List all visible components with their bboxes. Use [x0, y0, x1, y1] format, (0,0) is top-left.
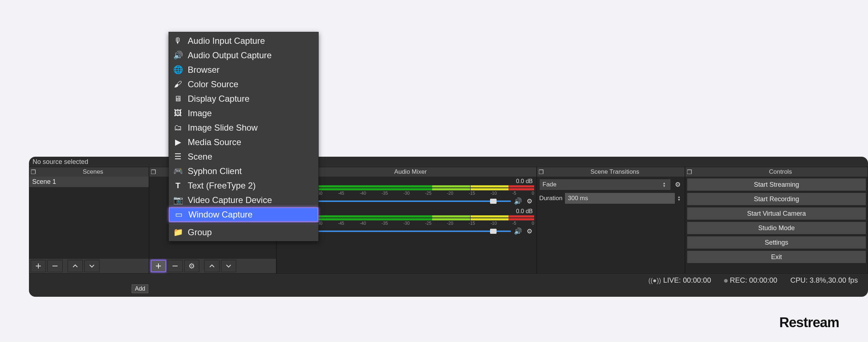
- sources-up-button[interactable]: [204, 260, 220, 272]
- speaker-icon: 🔊: [173, 51, 183, 60]
- no-source-label: No source selected: [33, 158, 88, 165]
- sources-add-button[interactable]: [151, 260, 166, 272]
- scenes-panel: ❐ Scenes Scene 1: [29, 167, 149, 274]
- brush-icon: 🖌: [173, 80, 183, 89]
- scenes-title: Scenes: [37, 168, 149, 176]
- gear-icon: ⚙: [675, 181, 681, 189]
- globe-icon: 🌐: [173, 65, 183, 75]
- menu-item-browser[interactable]: 🌐Browser: [169, 63, 318, 77]
- plus-icon: [155, 263, 162, 269]
- start-recording-button[interactable]: Start Recording: [687, 193, 866, 206]
- chevron-up-icon: [209, 263, 215, 269]
- status-bar: ((●))LIVE: 00:00:00 REC: 00:00:00 CPU: 3…: [29, 274, 868, 287]
- menu-item-media-source[interactable]: ▶Media Source: [169, 135, 318, 149]
- mute-button[interactable]: 🔊: [513, 197, 523, 206]
- menu-item-window-capture[interactable]: ▭Window Capture: [169, 207, 318, 222]
- popout-icon[interactable]: ❐: [149, 169, 157, 176]
- slides-icon: 🗂: [173, 123, 183, 132]
- folder-icon: 📁: [173, 228, 183, 237]
- camera-icon: 📷: [173, 195, 183, 205]
- play-icon: ▶: [173, 138, 183, 147]
- sources-down-button[interactable]: [221, 260, 236, 272]
- track-settings-button[interactable]: ⚙: [525, 227, 534, 236]
- menu-divider: [169, 223, 318, 224]
- mixer-title: Audio Mixer: [285, 168, 536, 176]
- gear-icon: ⚙: [188, 262, 195, 270]
- scenes-add-button[interactable]: [31, 260, 46, 272]
- rec-status: REC: 00:00:00: [724, 276, 777, 284]
- popout-icon[interactable]: ❐: [29, 169, 37, 176]
- monitor-icon: 🖥: [173, 94, 183, 104]
- settings-button[interactable]: Settings: [687, 236, 866, 249]
- start-streaming-button[interactable]: Start Streaming: [687, 178, 866, 191]
- speaker-icon: 🔊: [514, 227, 522, 235]
- duration-label: Duration: [539, 195, 562, 202]
- start-virtual-camera-button[interactable]: Start Virtual Camera: [687, 207, 866, 220]
- track-settings-button[interactable]: ⚙: [525, 197, 534, 206]
- cpu-status: CPU: 3.8%,30.00 fps: [790, 276, 858, 284]
- broadcast-icon: ((●)): [648, 277, 661, 284]
- scene-item[interactable]: Scene 1: [29, 177, 149, 187]
- gear-icon: ⚙: [527, 227, 532, 235]
- mic-icon: 🎙: [173, 36, 183, 46]
- scenes-up-button[interactable]: [68, 260, 83, 272]
- chevron-up-icon: [72, 263, 78, 269]
- gamepad-icon: 🎮: [173, 166, 183, 176]
- transitions-title: Scene Transitions: [545, 168, 685, 176]
- chevron-down-icon: [89, 263, 95, 269]
- menu-item-display-capture[interactable]: 🖥Display Capture: [169, 92, 318, 106]
- sources-remove-button[interactable]: [167, 260, 183, 272]
- exit-button[interactable]: Exit: [687, 250, 866, 263]
- speaker-icon: 🔊: [514, 197, 522, 205]
- live-status: ((●))LIVE: 00:00:00: [648, 276, 711, 284]
- minus-icon: [52, 263, 58, 269]
- chevron-down-icon: [225, 263, 232, 269]
- duration-value: 300 ms: [568, 195, 588, 202]
- menu-item-color-source[interactable]: 🖌Color Source: [169, 77, 318, 92]
- track-db: 0.0 dB: [516, 178, 533, 185]
- track-db: 0.0 dB: [516, 208, 533, 215]
- menu-item-text[interactable]: TText (FreeType 2): [169, 178, 318, 193]
- menu-item-scene[interactable]: ☰Scene: [169, 149, 318, 164]
- menu-item-video-capture-device[interactable]: 📷Video Capture Device: [169, 193, 318, 207]
- plus-icon: [35, 263, 42, 269]
- sources-settings-button[interactable]: ⚙: [184, 260, 199, 272]
- watermark: Restream: [779, 315, 839, 330]
- scenes-remove-button[interactable]: [47, 260, 63, 272]
- select-arrows-icon: ▲▼: [663, 182, 668, 187]
- minus-icon: [172, 263, 178, 269]
- transition-settings-button[interactable]: ⚙: [673, 180, 682, 189]
- stepper-arrows-icon[interactable]: ▲▼: [677, 195, 682, 201]
- gear-icon: ⚙: [527, 197, 532, 205]
- duration-input[interactable]: 300 ms: [565, 193, 675, 204]
- image-icon: 🖼: [173, 109, 183, 118]
- scenes-down-button[interactable]: [84, 260, 99, 272]
- list-icon: ☰: [173, 152, 183, 161]
- record-dot-icon: [724, 279, 728, 283]
- menu-item-image-slide-show[interactable]: 🗂Image Slide Show: [169, 121, 318, 135]
- menu-item-audio-output[interactable]: 🔊Audio Output Capture: [169, 48, 318, 63]
- transition-select[interactable]: Fade ▲▼: [539, 179, 671, 190]
- preview-status-bar: No source selected: [29, 157, 868, 167]
- add-source-menu: 🎙Audio Input Capture 🔊Audio Output Captu…: [169, 32, 319, 241]
- mute-button[interactable]: 🔊: [513, 227, 523, 236]
- menu-item-image[interactable]: 🖼Image: [169, 106, 318, 121]
- window-icon: ▭: [173, 210, 184, 219]
- text-icon: T: [173, 181, 183, 190]
- add-tooltip: Add: [132, 284, 148, 293]
- popout-icon[interactable]: ❐: [537, 169, 545, 176]
- transitions-panel: ❐ Scene Transitions Fade ▲▼ ⚙ Duration 3…: [537, 167, 685, 274]
- controls-panel: ❐ Controls Start Streaming Start Recordi…: [685, 167, 868, 274]
- transition-selected: Fade: [542, 181, 557, 188]
- popout-icon[interactable]: ❐: [685, 169, 693, 176]
- controls-title: Controls: [693, 168, 868, 176]
- menu-item-audio-input[interactable]: 🎙Audio Input Capture: [169, 34, 318, 48]
- studio-mode-button[interactable]: Studio Mode: [687, 221, 866, 235]
- menu-item-syphon-client[interactable]: 🎮Syphon Client: [169, 164, 318, 178]
- menu-item-group[interactable]: 📁Group: [169, 225, 318, 240]
- obs-window: No source selected ❐ Scenes Scene 1: [29, 157, 868, 297]
